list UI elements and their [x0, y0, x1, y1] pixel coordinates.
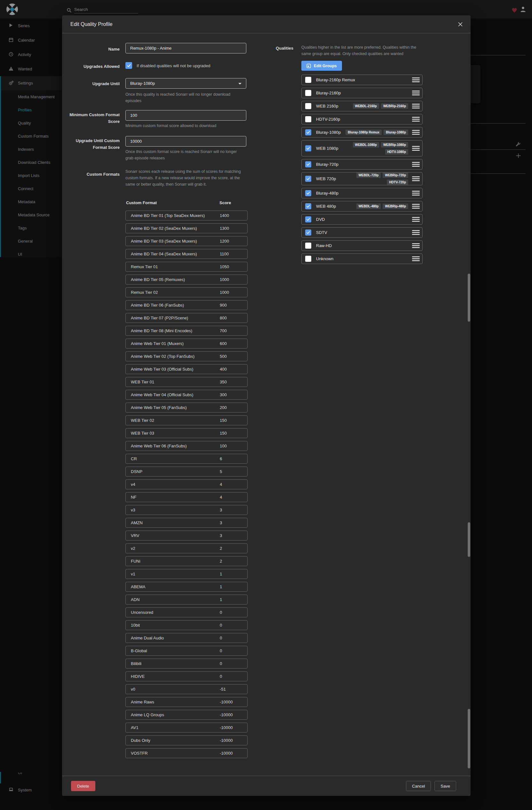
user-icon[interactable] [520, 6, 526, 13]
quality-checkbox[interactable] [305, 190, 311, 196]
modal-scrollbar-thumb[interactable] [468, 709, 470, 768]
quality-item[interactable]: Unknown [301, 254, 422, 264]
wrench-icon[interactable] [516, 142, 521, 147]
sonarr-logo[interactable] [6, 3, 18, 15]
minimum-custom-format-score-input[interactable] [126, 110, 246, 121]
custom-format-row[interactable]: 10bit0 [126, 620, 248, 630]
custom-format-row[interactable]: Anime BD Tier 07 (P2P/Scene)800 [126, 313, 248, 323]
sidebar-item-quality[interactable]: Quality [1, 116, 62, 130]
drag-handle-icon[interactable] [412, 176, 420, 181]
quality-checkbox[interactable] [305, 203, 311, 209]
quality-checkbox[interactable] [305, 129, 311, 135]
quality-item[interactable]: Bluray-2160p [301, 88, 422, 98]
quality-checkbox[interactable] [305, 229, 311, 236]
sidebar-item-tags[interactable]: Tags [1, 222, 62, 234]
quality-item[interactable]: WEB 720pWEBDL-720pWEBRip-720pHDTV-720p [301, 172, 422, 185]
quality-checkbox[interactable] [305, 90, 311, 96]
delete-button[interactable]: Delete [71, 781, 95, 791]
quality-item[interactable]: Raw-HD [301, 240, 422, 251]
custom-format-row[interactable]: v22 [126, 544, 248, 553]
custom-format-row[interactable]: B-Global0 [126, 646, 248, 656]
quality-checkbox[interactable] [305, 216, 311, 223]
sidebar-item-metadata-source[interactable]: Metadata Source [1, 208, 62, 222]
drag-handle-icon[interactable] [412, 243, 420, 248]
sidebar-item-activity[interactable]: Activity [0, 47, 62, 62]
quality-item[interactable]: WEB 2160pWEBDL-2160pWEBRip-2160p [301, 101, 422, 111]
quality-item[interactable]: HDTV-2160p [301, 114, 422, 125]
quality-item[interactable]: Bluray-480p [301, 188, 422, 198]
custom-format-row[interactable]: Anime Web Tier 06 (FanSubs)100 [126, 441, 248, 451]
custom-format-row[interactable]: DSNP5 [126, 467, 248, 476]
quality-item[interactable]: Bluray-720p [301, 159, 422, 169]
quality-checkbox[interactable] [305, 116, 311, 122]
custom-format-row[interactable]: Remux Tier 011050 [126, 262, 248, 272]
custom-format-row[interactable]: FUNi2 [126, 556, 248, 566]
sidebar-item-settings[interactable]: Settings [1, 76, 62, 90]
drag-handle-icon[interactable] [412, 91, 420, 95]
name-input[interactable] [126, 43, 246, 53]
sidebar-item-profiles[interactable]: Profiles [1, 103, 62, 116]
custom-format-row[interactable]: VRV3 [126, 531, 248, 540]
drag-handle-icon[interactable] [412, 256, 420, 261]
custom-format-row[interactable]: AMZN3 [126, 518, 248, 528]
custom-format-row[interactable]: v33 [126, 505, 248, 515]
custom-format-row[interactable]: Anime Dual Audio0 [126, 633, 248, 643]
edit-groups-button[interactable]: Edit Groups [301, 61, 342, 71]
upgrade-until-custom-format-score-input[interactable] [126, 136, 246, 147]
custom-format-row[interactable]: v11 [126, 569, 248, 579]
sidebar-item-ui-clipped[interactable]: UI [18, 773, 22, 776]
custom-format-row[interactable]: ADN1 [126, 595, 248, 604]
quality-item[interactable]: WEB 480pWEBDL-480pWEBRip-480p [301, 201, 422, 212]
sidebar-item-ui[interactable]: UI [1, 248, 62, 257]
sidebar-item-custom-formats[interactable]: Custom Formats [1, 130, 62, 143]
drag-handle-icon[interactable] [412, 230, 420, 235]
custom-format-row[interactable]: Remux Tier 021000 [126, 287, 248, 297]
quality-item[interactable]: Bluray-2160p Remux [301, 75, 422, 85]
custom-format-row[interactable]: Anime LQ Groups-10000 [126, 710, 248, 720]
sidebar-item-general[interactable]: General [1, 234, 62, 248]
custom-format-row[interactable]: v44 [126, 480, 248, 489]
custom-format-row[interactable]: Anime BD Tier 05 (Remuxes)1000 [126, 275, 248, 285]
custom-format-row[interactable]: Anime BD Tier 08 (Mini Encodes)700 [126, 326, 248, 336]
plus-icon[interactable] [516, 153, 521, 158]
quality-checkbox[interactable] [305, 145, 311, 151]
quality-item[interactable]: DVD [301, 214, 422, 225]
drag-handle-icon[interactable] [412, 204, 420, 209]
custom-format-row[interactable]: Anime BD Tier 06 (FanSubs)900 [126, 300, 248, 310]
custom-format-row[interactable]: WEB Tier 03150 [126, 428, 248, 438]
sidebar-item-calendar[interactable]: Calendar [0, 33, 62, 47]
custom-format-row[interactable]: CR6 [126, 454, 248, 464]
quality-checkbox[interactable] [305, 243, 311, 249]
custom-format-row[interactable]: Anime Raws-10000 [126, 697, 248, 707]
save-button[interactable]: Save [434, 781, 456, 791]
sidebar-item-download-clients[interactable]: Download Clients [1, 156, 62, 169]
donate-heart-icon[interactable] [511, 7, 518, 13]
upgrade-until-select[interactable]: Bluray-1080p [126, 78, 246, 88]
quality-checkbox[interactable] [305, 103, 311, 109]
sidebar-item-series[interactable]: Series [0, 19, 62, 33]
custom-format-row[interactable]: NF4 [126, 492, 248, 502]
drag-handle-icon[interactable] [412, 104, 420, 109]
custom-format-row[interactable]: Anime Web Tier 04 (Official Subs)300 [126, 390, 248, 400]
sidebar-item-connect[interactable]: Connect [1, 182, 62, 195]
modal-scrollbar-thumb[interactable] [468, 522, 470, 557]
custom-format-row[interactable]: Anime Web Tier 05 (FanSubs)200 [126, 403, 248, 412]
sidebar-item-import-lists[interactable]: Import Lists [1, 169, 62, 182]
custom-format-row[interactable]: Dubs Only-10000 [126, 735, 248, 745]
custom-format-row[interactable]: Anime Web Tier 02 (Top FanSubs)500 [126, 351, 248, 361]
drag-handle-icon[interactable] [412, 117, 420, 122]
sidebar-item-metadata[interactable]: Metadata [1, 195, 62, 208]
custom-format-row[interactable]: Bilibili0 [126, 659, 248, 668]
custom-format-row[interactable]: Anime BD Tier 03 (SeaDex Muxers)1200 [126, 236, 248, 246]
quality-item[interactable]: SDTV [301, 227, 422, 238]
cancel-button[interactable]: Cancel [406, 781, 431, 791]
sidebar-item-media-management[interactable]: Media Management [1, 90, 62, 103]
quality-checkbox[interactable] [305, 161, 311, 167]
custom-format-row[interactable]: AV1-10000 [126, 723, 248, 732]
modal-scrollbar-thumb[interactable] [468, 274, 470, 322]
sidebar-item-wanted[interactable]: Wanted [0, 62, 62, 76]
custom-format-row[interactable]: v0-51 [126, 684, 248, 694]
custom-format-row[interactable]: Anime BD Tier 01 (Top SeaDex Muxers)1400 [126, 211, 248, 221]
search-input[interactable] [74, 5, 138, 13]
custom-format-row[interactable]: Anime BD Tier 02 (SeaDex Muxers)1300 [126, 223, 248, 233]
